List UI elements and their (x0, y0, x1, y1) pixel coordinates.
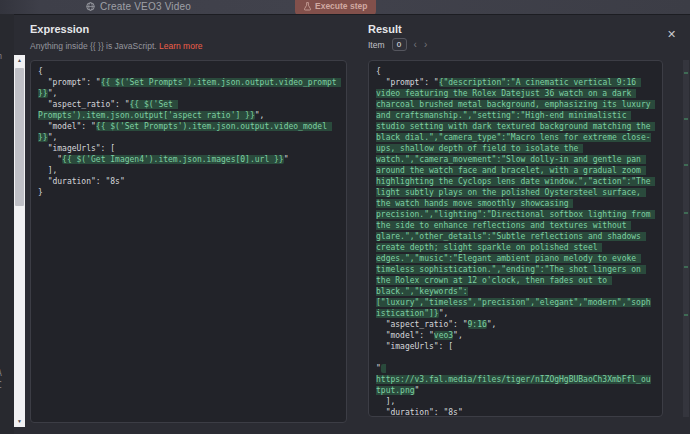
chevron-right-icon[interactable]: › (424, 38, 427, 51)
scrollbar-thumb[interactable] (15, 68, 24, 206)
clipped-text-fragment: C (0, 381, 2, 390)
expression-editor-modal-screen: Create VEO3 Video Execute step m A C ▲ ▼… (0, 0, 690, 434)
scroll-up-arrow-icon[interactable]: ▲ (14, 55, 25, 66)
expression-hint: Anything inside {{ }} is JavaScript. Lea… (30, 41, 202, 51)
result-title: Result (368, 23, 402, 35)
item-index-input[interactable]: 0 (392, 38, 407, 51)
expression-code-editor[interactable]: { "prompt": "{{ $('Set Prompts').item.js… (30, 60, 347, 423)
scroll-down-arrow-icon[interactable]: ▼ (14, 416, 25, 427)
execute-step-button[interactable]: Execute step (295, 0, 376, 14)
node-title-wrap: Create VEO3 Video (86, 1, 191, 12)
expression-hint-text: Anything inside {{ }} is JavaScript. (30, 41, 157, 51)
execute-step-label: Execute step (315, 1, 367, 11)
result-output-view: { "prompt": "{"description":"A cinematic… (368, 60, 663, 417)
clipped-text-fragment: A (0, 369, 2, 378)
chevron-left-icon[interactable]: ‹ (414, 38, 417, 51)
variable-panel-scrollbar[interactable]: ▲ ▼ (14, 55, 25, 427)
result-overview-scrollbar (683, 60, 689, 417)
item-pagination: Item 0 ‹ › (368, 38, 427, 51)
background-node-header: Create VEO3 Video Execute step (0, 0, 690, 14)
globe-icon (86, 2, 95, 11)
variable-panel-edge: m A C (0, 14, 14, 434)
flask-icon (304, 2, 311, 11)
item-label: Item (368, 40, 385, 50)
node-title: Create VEO3 Video (100, 1, 191, 12)
learn-more-link[interactable]: Learn more (159, 41, 202, 51)
expression-title: Expression (30, 23, 89, 35)
close-icon[interactable]: ✕ (667, 28, 676, 41)
clipped-text-fragment: m (0, 52, 2, 61)
